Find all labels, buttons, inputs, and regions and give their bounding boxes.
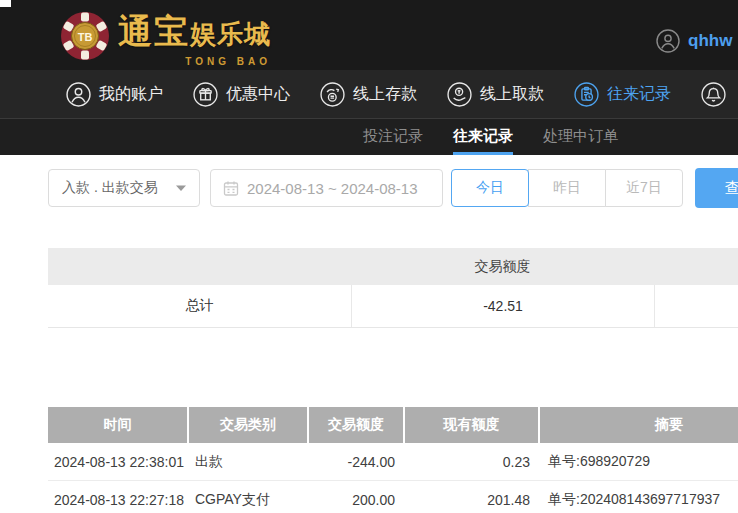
nav-item-notifications[interactable] [701, 82, 738, 107]
main-nav: 我的账户 优惠中心 [0, 70, 738, 118]
col-header-time: 时间 [48, 407, 187, 443]
table-row: 2024-08-13 22:27:18 CGPAY支付 200.00 201.4… [48, 481, 738, 513]
cell-type: CGPAY支付 [187, 491, 307, 509]
col-header-summary: 摘要 [538, 407, 738, 443]
username: qhhw [688, 31, 732, 51]
transactions-table-header: 时间 交易类别 交易额度 现有额度 摘要 [48, 407, 738, 443]
cell-amount: 200.00 [307, 492, 403, 508]
today-button[interactable]: 今日 [451, 169, 529, 207]
nav-label: 优惠中心 [226, 84, 290, 105]
bell-icon [701, 82, 726, 107]
summary-table-row: 总计 -42.51 [48, 285, 738, 328]
gift-icon [193, 82, 218, 107]
col-header-amount: 交易额度 [307, 407, 403, 443]
nav-item-deposit[interactable]: 线上存款 [320, 82, 417, 107]
nav-item-withdraw[interactable]: 线上取款 [447, 82, 544, 107]
chevron-down-icon [176, 185, 186, 192]
nav-label: 我的账户 [99, 84, 163, 105]
summary-total-value: -42.51 [351, 285, 654, 327]
avatar-icon [656, 29, 680, 53]
nav-label: 线上取款 [480, 84, 544, 105]
cell-type: 出款 [187, 453, 307, 471]
records-clipboard-icon [574, 82, 599, 107]
nav-label: 往来记录 [607, 84, 671, 105]
summary-header-amount: 交易额度 [351, 258, 654, 276]
quick-range-button-group: 今日 昨日 近7日 [451, 169, 683, 207]
page: TB 通宝 娱乐城 TONG BAO qhhw [0, 0, 738, 513]
tab-pending-orders[interactable]: 处理中订单 [543, 119, 618, 155]
content-area: 入款 . 出款交易 2024-08-13 ~ 2024-08-13 今日 昨 [0, 155, 738, 513]
nav-item-my-account[interactable]: 我的账户 [66, 82, 163, 107]
sub-nav: 投注记录 往来记录 处理中订单 [0, 118, 738, 155]
nav-item-transactions[interactable]: 往来记录 [574, 82, 671, 107]
nav-item-promotions[interactable]: 优惠中心 [193, 82, 290, 107]
nav-label: 线上存款 [353, 84, 417, 105]
col-header-type: 交易类别 [187, 407, 307, 443]
casino-chip-icon: TB [60, 11, 110, 65]
withdraw-hand-icon [447, 82, 472, 107]
summary-table: 交易额度 总计 -42.51 [48, 248, 738, 328]
transaction-type-value: 入款 . 出款交易 [62, 179, 158, 197]
cell-balance: 201.48 [403, 492, 538, 508]
chip-tb-text: TB [78, 31, 93, 43]
cell-amount: -244.00 [307, 454, 403, 470]
cell-balance: 0.23 [403, 454, 538, 470]
calendar-icon [223, 180, 239, 197]
transaction-type-select[interactable]: 入款 . 出款交易 [48, 169, 200, 207]
date-range-value: 2024-08-13 ~ 2024-08-13 [247, 180, 418, 197]
table-row: 2024-08-13 22:38:01 出款 -244.00 0.23 单号:6… [48, 443, 738, 481]
account-menu[interactable]: qhhw [656, 29, 738, 53]
transactions-table: 时间 交易类别 交易额度 现有额度 摘要 2024-08-13 22:38:01… [48, 407, 738, 513]
search-button[interactable]: 查询 [695, 168, 738, 208]
cell-summary: 单号:202408143697717937 [538, 491, 738, 509]
brand-logo[interactable]: TB 通宝 娱乐城 TONG BAO [60, 9, 271, 67]
filter-bar: 入款 . 出款交易 2024-08-13 ~ 2024-08-13 今日 昨 [48, 168, 738, 208]
tab-betting-records[interactable]: 投注记录 [363, 119, 423, 155]
cell-time: 2024-08-13 22:27:18 [48, 492, 187, 508]
brand-name-en: TONG BAO [185, 56, 271, 67]
top-bar: TB 通宝 娱乐城 TONG BAO qhhw [0, 0, 738, 70]
cell-summary: 单号:698920729 [538, 453, 738, 471]
summary-empty-cell [654, 285, 738, 327]
user-icon [66, 82, 91, 107]
col-header-balance: 现有额度 [403, 407, 538, 443]
summary-total-label: 总计 [48, 285, 351, 327]
brand-name-sub: 娱乐城 [190, 17, 271, 52]
summary-table-header: 交易额度 [48, 248, 738, 285]
last7days-button[interactable]: 近7日 [605, 169, 683, 207]
brand-name: 通宝 娱乐城 TONG BAO [118, 9, 271, 67]
tab-transaction-records[interactable]: 往来记录 [453, 119, 513, 155]
yesterday-button[interactable]: 昨日 [528, 169, 606, 207]
screen-corner-artifact [0, 0, 11, 7]
deposit-coin-icon [320, 82, 345, 107]
cell-time: 2024-08-13 22:38:01 [48, 454, 187, 470]
brand-name-main: 通宝 [118, 9, 190, 55]
date-range-input[interactable]: 2024-08-13 ~ 2024-08-13 [210, 169, 443, 207]
